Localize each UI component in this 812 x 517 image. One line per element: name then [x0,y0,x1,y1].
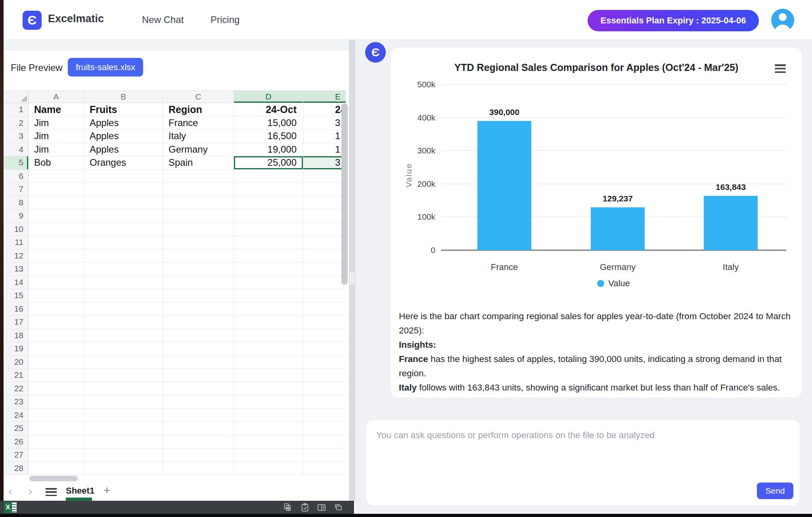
panel-resize-divider[interactable] [349,40,355,501]
sheet-cell-D21[interactable] [234,369,303,382]
sheet-cell-C4[interactable]: Germany [163,143,234,157]
sheet-cell-A23[interactable] [29,395,84,409]
chart-menu-icon[interactable] [775,64,786,73]
sheet-cell-D9[interactable] [234,209,303,223]
next-sheet-button[interactable]: › [28,484,32,498]
file-name-badge[interactable]: fruits-sales.xlsx [68,58,143,77]
sheet-cell-B28[interactable] [84,462,163,475]
sheet-cell-E9[interactable] [303,209,346,223]
row-header-6[interactable]: 6 [4,170,29,183]
sheet-cell-A2[interactable]: Jim [29,117,84,130]
sheet-cell-B15[interactable] [84,289,163,303]
sheet-cell-A21[interactable] [29,369,84,382]
sheet-cell-B18[interactable] [84,329,163,343]
row-header-16[interactable]: 16 [4,303,29,316]
sheet-cell-B27[interactable] [84,448,163,462]
row-header-13[interactable]: 13 [4,262,29,276]
sheet-cell-A27[interactable] [29,448,84,462]
sheet-cell-D26[interactable] [234,435,303,449]
sheet-cell-E20[interactable] [303,356,346,369]
sheet-cell-E24[interactable] [303,409,346,422]
sheet-cell-C7[interactable] [163,183,234,196]
send-button[interactable]: Send [757,483,793,499]
sheet-cell-E10[interactable] [303,223,346,236]
sheet-cell-D1[interactable]: 24-Oct [234,103,303,117]
sheet-cell-C20[interactable] [163,356,234,369]
sheet-cell-B23[interactable] [84,395,163,409]
sheet-cell-C26[interactable] [163,435,234,449]
sheet-cell-B22[interactable] [84,382,163,396]
sheet-cell-B2[interactable]: Apples [84,117,163,130]
sheet-cell-B1[interactable]: Fruits [84,103,163,117]
sheet-cell-E21[interactable] [303,369,346,382]
sheet-cell-D8[interactable] [234,196,303,210]
row-header-20[interactable]: 20 [4,356,29,369]
reading-view-icon[interactable] [317,503,326,512]
sheet-cell-E25[interactable] [303,422,346,435]
sheet-cell-D23[interactable] [234,395,303,409]
sheet-cell-A5[interactable]: Bob [29,156,84,170]
sheet-cell-D16[interactable] [234,303,303,316]
sheet-cell-E27[interactable] [303,448,346,462]
row-header-23[interactable]: 23 [4,395,29,409]
sheet-cell-A26[interactable] [29,435,84,449]
sheet-cell-A8[interactable] [29,196,84,210]
sheet-cell-B21[interactable] [84,369,163,382]
sheet-cell-B24[interactable] [84,409,163,422]
sheet-cell-D13[interactable] [234,262,303,276]
sheet-cell-B14[interactable] [84,276,163,289]
column-header-B[interactable]: B [84,91,163,103]
sheet-cell-B5[interactable]: Oranges [84,156,163,170]
sheet-cell-D14[interactable] [234,276,303,289]
sheet-cell-C19[interactable] [163,342,234,356]
sheet-cell-A16[interactable] [29,303,84,316]
excel-app-icon[interactable]: X [4,502,17,513]
sheet-cell-E2[interactable]: 3 [303,117,346,130]
sheet-cell-E19[interactable] [303,342,346,356]
sheet-cell-B8[interactable] [84,196,163,210]
sheet-cell-D25[interactable] [234,422,303,435]
row-header-11[interactable]: 11 [4,236,29,249]
plan-expiry-button[interactable]: Essentials Plan Expiry : 2025-04-06 [588,10,759,31]
sheet-cell-B19[interactable] [84,342,163,356]
sheet-cell-D15[interactable] [234,289,303,303]
column-header-A[interactable]: A [29,91,84,103]
sheet-cell-E28[interactable] [303,462,346,475]
sheet-cell-D22[interactable] [234,382,303,396]
prev-sheet-button[interactable]: ‹ [8,484,12,498]
row-header-25[interactable]: 25 [4,422,29,435]
sheet-cell-C12[interactable] [163,249,234,263]
sheet-cell-E3[interactable]: 1 [303,130,346,143]
column-header-E[interactable]: E [303,91,346,103]
row-header-24[interactable]: 24 [4,409,29,422]
sheet-cell-C5[interactable]: Spain [163,156,234,170]
sheet-cell-E1[interactable]: 24 [303,103,346,117]
sheet-cell-E26[interactable] [303,435,346,449]
sheet-cell-A18[interactable] [29,329,84,343]
sheet-cell-E12[interactable] [303,249,346,263]
sheet-cell-C2[interactable]: France [163,117,234,130]
sheet-cell-C15[interactable] [163,289,234,303]
sheet-cell-B4[interactable]: Apples [84,143,163,157]
row-header-19[interactable]: 19 [4,342,29,356]
sheet-cell-C21[interactable] [163,369,234,382]
row-header-26[interactable]: 26 [4,435,29,449]
row-header-8[interactable]: 8 [4,196,29,210]
sheet-cell-D6[interactable] [234,170,303,183]
sheet-cell-B9[interactable] [84,209,163,223]
sheet-tab-sheet1[interactable]: Sheet1 [66,486,94,496]
sheet-cell-E23[interactable] [303,395,346,409]
sheet-cell-E7[interactable] [303,183,346,196]
row-header-28[interactable]: 28 [4,462,29,475]
sheet-cell-D27[interactable] [234,448,303,462]
nav-pricing[interactable]: Pricing [211,14,239,25]
sheet-cell-B13[interactable] [84,262,163,276]
horizontal-scrollbar[interactable] [29,476,78,481]
row-header-5[interactable]: 5 [4,156,29,170]
sheet-cell-C10[interactable] [163,223,234,236]
sheet-cell-E5[interactable]: 3 [303,156,346,170]
row-header-3[interactable]: 3 [4,130,29,143]
sheet-cell-C27[interactable] [163,448,234,462]
row-header-2[interactable]: 2 [4,117,29,130]
sheet-cell-E4[interactable]: 1 [303,143,346,157]
